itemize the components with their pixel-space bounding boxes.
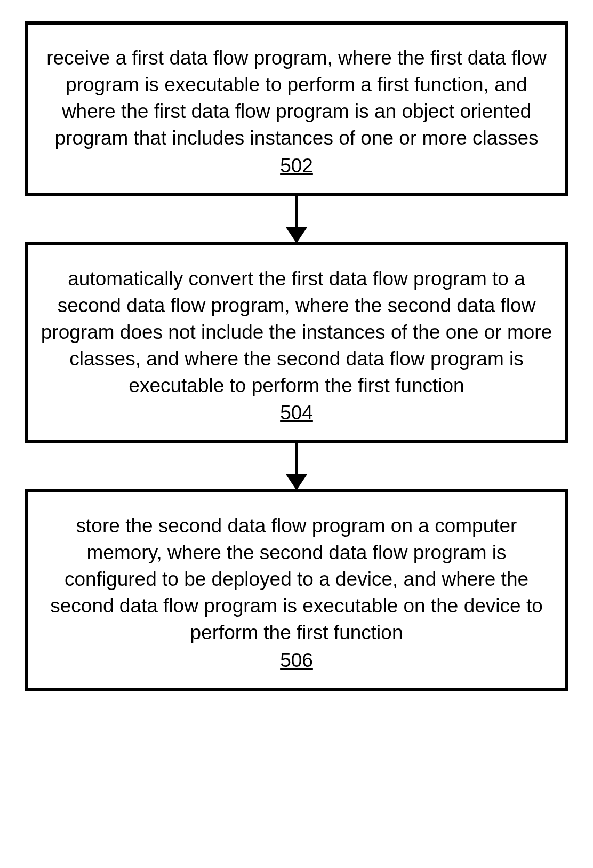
step-text: automatically convert the first data flo… [41, 266, 552, 399]
arrowhead-down-icon [286, 227, 307, 243]
flowchart-step-3: store the second data flow program on a … [25, 489, 568, 691]
arrow-line-icon [295, 196, 298, 228]
step-number: 502 [280, 155, 313, 177]
flowchart-step-1: receive a first data flow program, where… [25, 21, 568, 196]
step-number: 504 [280, 402, 313, 424]
flowchart-step-2: automatically convert the first data flo… [25, 242, 568, 444]
step-text: receive a first data flow program, where… [41, 45, 552, 152]
step-number: 506 [280, 649, 313, 672]
arrow-1 [286, 196, 307, 242]
arrow-line-icon [295, 443, 298, 475]
arrowhead-down-icon [286, 474, 307, 490]
flowchart-container: receive a first data flow program, where… [16, 21, 577, 691]
arrow-2 [286, 443, 307, 489]
step-text: store the second data flow program on a … [41, 513, 552, 646]
